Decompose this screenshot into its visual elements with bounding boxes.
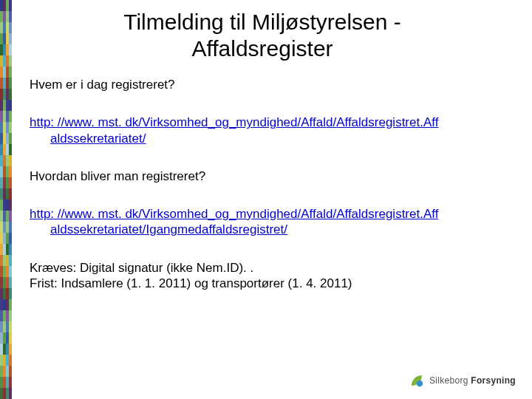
- leaf-droplet-icon: [409, 372, 425, 389]
- link-2-line-2[interactable]: aldssekretariatet/Igangmedaffaldsregistr…: [50, 222, 517, 237]
- deadline-line: Frist: Indsamlere (1. 1. 2011) og transp…: [30, 276, 517, 291]
- link-1[interactable]: http: //www. mst. dk/Virksomhed_og_myndi…: [30, 115, 517, 146]
- requirement-line: Kræves: Digital signatur (ikke Nem.ID). …: [30, 260, 517, 276]
- body: Hvem er i dag registreret? http: //www. …: [22, 77, 517, 291]
- title-line-2: Affaldsregister: [191, 36, 332, 61]
- link-2[interactable]: http: //www. mst. dk/Virksomhed_og_myndi…: [30, 206, 517, 238]
- brand-logo: Silkeborg Forsyning: [409, 372, 516, 389]
- brand-text: Silkeborg Forsyning: [429, 375, 516, 386]
- requirements-block: Kræves: Digital signatur (ikke Nem.ID). …: [30, 260, 517, 292]
- svg-point-0: [417, 381, 423, 386]
- title-line-1: Tilmelding til Miljøstyrelsen -: [123, 10, 401, 34]
- link-1-line-2[interactable]: aldssekretariatet/: [50, 131, 517, 146]
- slide-content: Tilmelding til Miljøstyrelsen - Affaldsr…: [22, 4, 517, 291]
- question-1: Hvem er i dag registreret?: [30, 77, 517, 92]
- link-2-line-1[interactable]: http: //www. mst. dk/Virksomhed_og_myndi…: [30, 206, 517, 222]
- question-2: Hvordan bliver man registreret?: [30, 168, 517, 184]
- decorative-stripe: [0, 0, 12, 399]
- slide-title: Tilmelding til Miljøstyrelsen - Affaldsr…: [52, 9, 473, 62]
- link-1-line-1[interactable]: http: //www. mst. dk/Virksomhed_og_myndi…: [30, 115, 517, 130]
- brand-word-2: Forsyning: [471, 375, 516, 386]
- brand-word-1: Silkeborg: [429, 375, 468, 386]
